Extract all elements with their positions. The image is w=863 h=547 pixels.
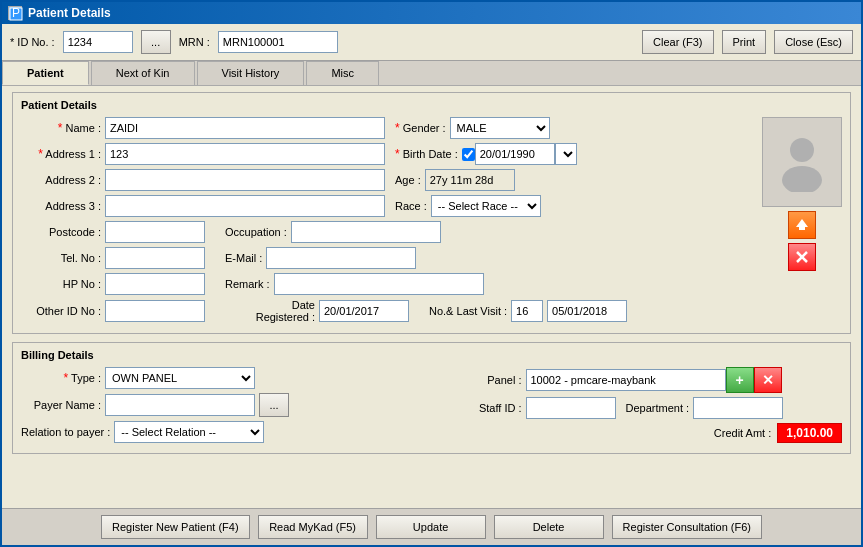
credit-amt-display: 1,010.00 [777,423,842,443]
otherid-dateregistered-row: Other ID No : DateRegistered : No.& Last… [21,299,748,323]
relation-label: Relation to payer : [21,426,110,438]
svg-text:P: P [12,7,20,20]
address2-label: Address 2 : [21,174,101,186]
relation-select[interactable]: -- Select Relation -- [114,421,264,443]
address2-input[interactable] [105,169,385,191]
address2-row: Address 2 : Age : 27y 11m 28d [21,169,748,191]
other-id-input[interactable] [105,300,205,322]
tel-input[interactable] [105,247,205,269]
date-registered-label: DateRegistered : [225,299,315,323]
type-select[interactable]: OWN PANEL CASH CREDIT [105,367,255,389]
tab-patient[interactable]: Patient [2,61,89,85]
payer-name-input[interactable] [105,394,255,416]
name-input[interactable] [105,117,385,139]
address1-label: * Address 1 : [21,147,101,161]
read-mykad-button[interactable]: Read MyKad (F5) [258,515,368,539]
remark-input[interactable] [274,273,484,295]
id-label: * ID No. : [10,36,55,48]
age-label: Age : [395,174,421,186]
billing-rows: * Type : OWN PANEL CASH CREDIT Payer Nam… [21,367,842,447]
close-button[interactable]: Close (Esc) [774,30,853,54]
bottom-bar: Register New Patient (F4) Read MyKad (F5… [2,508,861,545]
payer-name-label: Payer Name : [21,399,101,411]
delete-button[interactable]: Delete [494,515,604,539]
postcode-occupation-row: Postcode : Occupation : [21,221,748,243]
print-button[interactable]: Print [722,30,767,54]
delete-photo-button[interactable] [788,243,816,271]
window-title: Patient Details [28,6,111,20]
svg-point-2 [790,138,814,162]
gender-label: * Gender : [395,121,446,135]
patient-photo [762,117,842,207]
register-new-patient-button[interactable]: Register New Patient (F4) [101,515,250,539]
type-row: * Type : OWN PANEL CASH CREDIT [21,367,422,389]
svg-rect-5 [799,227,805,230]
title-bar: P Patient Details [2,2,861,24]
birth-date-input[interactable] [475,143,555,165]
visit-count-input[interactable] [511,300,543,322]
svg-marker-4 [796,219,808,227]
hp-label: HP No : [21,278,101,290]
type-label: * Type : [21,371,101,385]
upload-photo-button[interactable] [788,211,816,239]
name-label: * Name : [21,121,101,135]
race-select[interactable]: -- Select Race -- [431,195,541,217]
panel-delete-button[interactable]: ✕ [754,367,782,393]
birth-date-format-select[interactable]: ▼ [555,143,577,165]
patient-details-section: Patient Details * Name : * Gender : MALE… [12,92,851,334]
clear-button[interactable]: Clear (F3) [642,30,714,54]
mrn-input[interactable] [218,31,338,53]
address3-row: Address 3 : Race : -- Select Race -- [21,195,748,217]
svg-point-3 [782,166,822,192]
tel-label: Tel. No : [21,252,101,264]
panel-label: Panel : [442,374,522,386]
postcode-label: Postcode : [21,226,101,238]
photo-area [762,117,842,327]
tab-misc[interactable]: Misc [306,61,379,85]
payer-browse-button[interactable]: ... [259,393,289,417]
panel-input[interactable] [526,369,726,391]
billing-section-title: Billing Details [21,349,842,361]
gender-select[interactable]: MALE FEMALE [450,117,550,139]
last-visit-date-input[interactable] [547,300,627,322]
staff-id-label: Staff ID : [442,402,522,414]
tab-next-of-kin[interactable]: Next of Kin [91,61,195,85]
hp-input[interactable] [105,273,205,295]
update-button[interactable]: Update [376,515,486,539]
staff-dept-row: Staff ID : Department : [442,397,843,419]
payer-name-row: Payer Name : ... [21,393,422,417]
other-id-label: Other ID No : [21,305,101,317]
address1-input[interactable] [105,143,385,165]
register-consultation-button[interactable]: Register Consultation (F6) [612,515,762,539]
panel-add-button[interactable]: + [726,367,754,393]
age-display: 27y 11m 28d [425,169,515,191]
tabs-row: Patient Next of Kin Visit History Misc [2,61,861,86]
photo-buttons [788,211,816,271]
billing-details-section: Billing Details * Type : OWN PANEL CASH … [12,342,851,454]
address1-row: * Address 1 : * Birth Date : ▼ [21,143,748,165]
browse-button[interactable]: ... [141,30,171,54]
remark-label: Remark : [225,278,270,290]
postcode-input[interactable] [105,221,205,243]
email-label: E-Mail : [225,252,262,264]
date-registered-input[interactable] [319,300,409,322]
relation-row: Relation to payer : -- Select Relation -… [21,421,422,443]
hp-remark-row: HP No : Remark : [21,273,748,295]
occupation-input[interactable] [291,221,441,243]
panel-row: Panel : + ✕ [442,367,843,393]
birth-date-label: * Birth Date : [395,147,458,161]
address3-label: Address 3 : [21,200,101,212]
patient-form-left: * Name : * Gender : MALE FEMALE * Addres… [21,117,748,327]
window-icon: P [8,6,22,20]
tab-visit-history[interactable]: Visit History [197,61,305,85]
id-input[interactable] [63,31,133,53]
patient-details-window: P Patient Details * ID No. : ... MRN : C… [0,0,863,547]
staff-id-input[interactable] [526,397,616,419]
credit-amt-label: Credit Amt : [714,427,771,439]
birth-date-checkbox[interactable] [462,148,475,161]
birth-date-wrapper: ▼ [462,143,577,165]
department-input[interactable] [693,397,783,419]
email-input[interactable] [266,247,416,269]
tel-email-row: Tel. No : E-Mail : [21,247,748,269]
address3-input[interactable] [105,195,385,217]
